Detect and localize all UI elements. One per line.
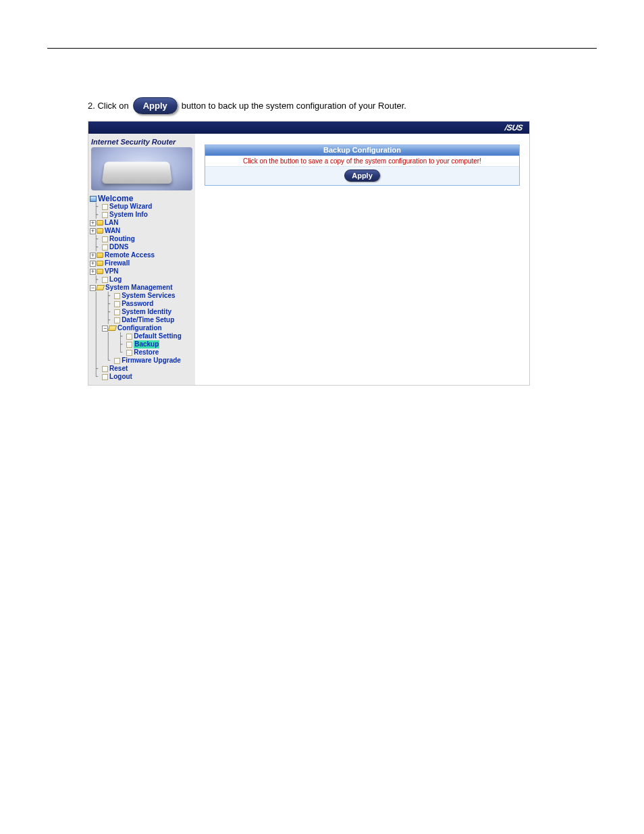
page-icon [102, 366, 108, 372]
apply-button-illustration: Apply [133, 97, 178, 114]
tree-item-default-setting[interactable]: │ │ ├ Default Setting [90, 332, 194, 340]
device-image [91, 147, 192, 190]
collapse-icon[interactable]: − [102, 325, 108, 332]
tree-root[interactable]: Welcome [90, 194, 194, 203]
page-icon [102, 212, 108, 218]
tree-item-lan[interactable]: + LAN [90, 219, 194, 227]
panel-title: Backup Configuration [205, 145, 519, 156]
tree-item-log[interactable]: ├ Log [90, 276, 194, 284]
panel-action-row: Apply [205, 167, 519, 185]
folder-icon [97, 269, 103, 274]
sidebar: Internet Security Router Welcome ├ Setup… [88, 134, 195, 385]
router-screenshot: /SUS Internet Security Router Welcome ├ … [88, 121, 530, 386]
tree-item-remote-access[interactable]: + Remote Access [90, 251, 194, 259]
step2-suffix: button to back up the system configurati… [182, 101, 406, 111]
page-icon [102, 374, 108, 380]
page-icon [126, 350, 132, 356]
computer-icon [90, 196, 97, 202]
step2-prefix: 2. Click on [88, 101, 129, 111]
folder-icon [97, 228, 103, 234]
page-icon [114, 301, 120, 307]
tree-item-system-info[interactable]: ├ System Info [90, 211, 194, 219]
top-bar: /SUS [88, 122, 529, 134]
tree-item-firewall[interactable]: + Firewall [90, 259, 194, 267]
tree-item-firmware[interactable]: │ └ Firmware Upgrade [90, 357, 194, 365]
tree-item-system-identity[interactable]: │ ├ System Identity [90, 308, 194, 316]
expand-icon[interactable]: + [90, 261, 96, 267]
tree-item-restore[interactable]: │ │ └ Restore [90, 348, 194, 357]
expand-icon[interactable]: + [90, 253, 96, 259]
page-icon [114, 317, 120, 323]
apply-button[interactable]: Apply [344, 170, 380, 182]
expand-icon[interactable]: + [90, 269, 96, 275]
tree-item-setup-wizard[interactable]: ├ Setup Wizard [90, 203, 194, 211]
expand-icon[interactable]: + [90, 220, 96, 226]
page-icon [126, 342, 132, 348]
folder-icon [97, 220, 103, 226]
tree-root-label: Welcome [98, 194, 133, 203]
folder-icon [97, 261, 103, 266]
tree-item-backup[interactable]: │ │ ├ Backup [90, 340, 194, 348]
tree-item-system-management[interactable]: − System Management [90, 284, 194, 292]
folder-icon [97, 253, 103, 258]
tree-item-reset[interactable]: ├ Reset [90, 365, 194, 373]
product-title: Internet Security Router [90, 136, 194, 146]
content-area: Backup Configuration Click on the button… [195, 134, 529, 385]
step-2: 2. Click on Apply button to back up the … [88, 97, 556, 114]
backup-panel: Backup Configuration Click on the button… [205, 145, 520, 186]
page-icon [114, 358, 120, 364]
document-body: 2. Click on Apply button to back up the … [47, 49, 597, 386]
collapse-icon[interactable]: − [90, 285, 96, 291]
page-icon [102, 277, 108, 283]
tree-item-logout[interactable]: └ Logout [90, 373, 194, 381]
page-icon [102, 244, 108, 251]
tree-item-password[interactable]: │ ├ Password [90, 300, 194, 308]
tree-item-configuration[interactable]: │ − Configuration [90, 324, 194, 332]
expand-icon[interactable]: + [90, 228, 96, 234]
page-icon [114, 309, 120, 315]
brand-logo: /SUS [504, 123, 523, 132]
page-icon [102, 236, 108, 242]
page-icon [114, 293, 120, 299]
page-header [47, 34, 597, 49]
page-icon [126, 334, 132, 340]
folder-open-icon [108, 325, 117, 331]
tree-item-datetime[interactable]: │ ├ Date/Time Setup [90, 316, 194, 324]
panel-instruction: Click on the button to save a copy of th… [205, 156, 519, 167]
tree-item-wan[interactable]: + WAN [90, 227, 194, 235]
tree-item-system-services[interactable]: │ ├ System Services [90, 292, 194, 300]
tree-item-routing[interactable]: ├ Routing [90, 235, 194, 243]
tree-item-ddns[interactable]: ├ DDNS [90, 243, 194, 251]
nav-tree: Welcome ├ Setup Wizard ├ System Info + [90, 194, 194, 381]
page-icon [102, 204, 108, 210]
tree-item-vpn[interactable]: + VPN [90, 267, 194, 276]
folder-open-icon [96, 285, 105, 290]
